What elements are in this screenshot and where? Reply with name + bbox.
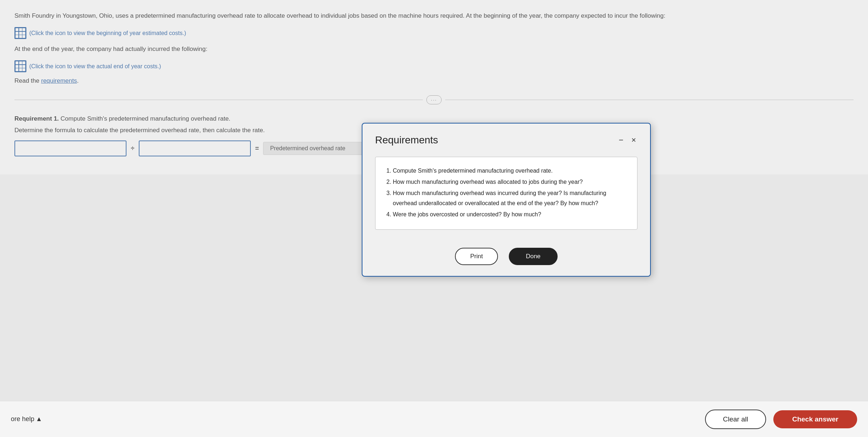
requirements-list-box: Compute Smith's predetermined manufactur… (375, 157, 637, 230)
bottom-right-buttons: Clear all Check answer (705, 410, 858, 429)
more-help-label: ore help (11, 415, 34, 423)
print-button[interactable]: Print (455, 248, 498, 265)
more-help-area[interactable]: ore help▲ (11, 415, 42, 423)
modal-body: Compute Smith's predetermined manufactur… (362, 153, 650, 241)
modal-header: Requirements − × (362, 124, 650, 153)
requirement-item-2: How much manufacturing overhead was allo… (393, 177, 627, 187)
bottom-bar: ore help▲ Clear all Check answer (0, 401, 868, 437)
modal-overlay: Requirements − × Compute Smith's predete… (0, 0, 868, 437)
modal-footer: Print Done (362, 241, 650, 276)
modal-controls: − × (617, 136, 637, 144)
requirement-item-4: Were the jobs overcosted or undercosted?… (393, 209, 627, 219)
more-help-arrow: ▲ (36, 415, 42, 423)
requirement-item-3: How much manufacturing overhead was incu… (393, 188, 627, 208)
modal-minimize-button[interactable]: − (617, 136, 625, 144)
modal-close-button[interactable]: × (630, 136, 637, 144)
done-button[interactable]: Done (509, 248, 558, 265)
modal-title: Requirements (375, 134, 438, 146)
requirement-item-1: Compute Smith's predetermined manufactur… (393, 166, 627, 176)
requirements-modal: Requirements − × Compute Smith's predete… (362, 123, 651, 277)
check-answer-button[interactable]: Check answer (773, 410, 857, 428)
requirements-list: Compute Smith's predetermined manufactur… (386, 166, 627, 219)
clear-all-button[interactable]: Clear all (705, 410, 766, 429)
